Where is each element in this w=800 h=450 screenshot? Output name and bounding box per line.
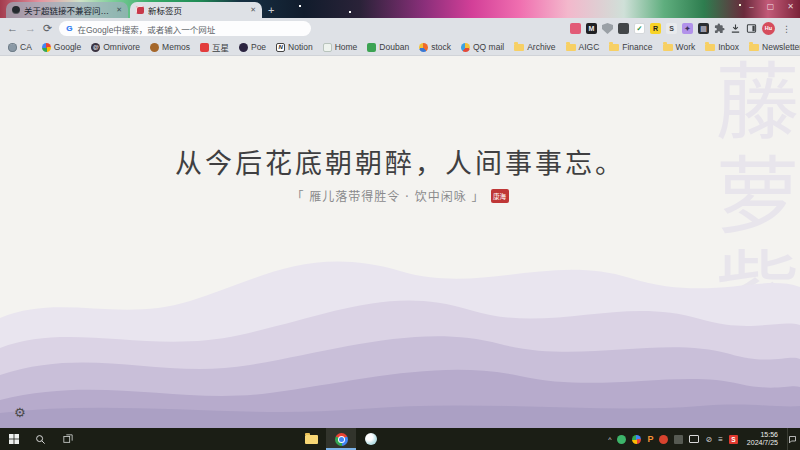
- side-panel-icon[interactable]: [746, 23, 757, 34]
- reload-icon[interactable]: ⟳: [43, 23, 52, 34]
- back-icon[interactable]: ←: [7, 23, 18, 34]
- jizhi-favicon-icon: [136, 6, 144, 14]
- extensions-group: M ✓ R S ✦ ▤ Hu ⋮: [570, 22, 793, 35]
- poem-source: 「 雁儿落带得胜令 · 饮中闲咏 」: [291, 187, 484, 204]
- minimize-button[interactable]: –: [749, 2, 753, 11]
- douban-icon: [367, 43, 376, 52]
- bookmark-item[interactable]: QQ mail: [461, 42, 504, 52]
- file-explorer-icon: [305, 435, 318, 444]
- clock-date: 2024/7/25: [747, 439, 778, 447]
- extensions-puzzle-icon[interactable]: [714, 23, 725, 34]
- chrome-menu-icon[interactable]: ⋮: [780, 24, 793, 34]
- close-button[interactable]: ✕: [787, 2, 794, 11]
- downloads-icon[interactable]: [730, 23, 741, 34]
- profile-avatar[interactable]: Hu: [762, 22, 775, 35]
- poem-verse: 从今后花底朝朝醉，人间事事忘。: [0, 142, 800, 181]
- sogou-input-icon[interactable]: S: [729, 435, 738, 444]
- dark-extension-icon[interactable]: M: [586, 23, 597, 34]
- address-bar[interactable]: G 在Google中搜索，或者输入一个网址: [59, 21, 311, 36]
- desktop: 关于超链接不兼容问题丨(阿里巴巴) ✕ 新标签页 ✕ + – ▢ ✕ ← → ⟳…: [0, 0, 800, 450]
- task-view-icon[interactable]: [54, 428, 81, 450]
- globe-icon: [8, 43, 17, 52]
- bookmark-item[interactable]: stock: [419, 42, 451, 52]
- tab-github[interactable]: 关于超链接不兼容问题丨(阿里巴巴) ✕: [6, 2, 128, 18]
- bookmark-item[interactable]: Google: [42, 42, 81, 52]
- pinned-apps: [296, 428, 386, 450]
- bookmark-folder[interactable]: Inbox: [705, 42, 739, 52]
- stock-icon: [419, 43, 428, 52]
- folder-icon: [514, 44, 524, 51]
- mountain-waves-graphic: [0, 223, 800, 428]
- bookmark-folder[interactable]: Newsletter: [749, 42, 800, 52]
- folder-icon: [609, 44, 619, 51]
- bookmark-folder[interactable]: Work: [663, 42, 696, 52]
- system-tray: ^ P ⊘ ≡ S 15:56 2024/7/25: [608, 428, 800, 450]
- folder-icon: [663, 44, 673, 51]
- author-seal[interactable]: 康海: [491, 189, 509, 203]
- home-icon: [323, 43, 332, 52]
- browser-frame: 关于超链接不兼容问题丨(阿里巴巴) ✕ 新标签页 ✕ + – ▢ ✕: [0, 0, 800, 18]
- r-extension-icon[interactable]: R: [650, 23, 661, 34]
- google-icon: [42, 43, 51, 52]
- tray-p-app-icon[interactable]: P: [647, 434, 653, 444]
- folder-icon: [749, 44, 759, 51]
- browser-toolbar: ← → ⟳ G 在Google中搜索，或者输入一个网址 M ✓ R S ✦ ▤: [0, 18, 800, 39]
- bookmark-item[interactable]: Poe: [239, 42, 266, 52]
- tab-title: 关于超链接不兼容问题丨(阿里巴巴): [24, 4, 112, 16]
- action-center-icon[interactable]: [787, 428, 797, 450]
- windows-taskbar: ^ P ⊘ ≡ S 15:56 2024/7/25: [0, 428, 800, 450]
- bookmark-item[interactable]: 互星: [200, 41, 229, 53]
- bookmark-item[interactable]: Home: [323, 42, 358, 52]
- tray-colorful-app-icon[interactable]: [632, 435, 641, 444]
- app-taskbar-button[interactable]: [356, 428, 386, 450]
- volume-muted-icon[interactable]: ⊘: [705, 435, 712, 444]
- new-tab-button[interactable]: +: [262, 2, 280, 18]
- red-site-icon: [200, 43, 209, 52]
- tray-green-app-icon[interactable]: [617, 435, 626, 444]
- check-extension-icon[interactable]: ✓: [634, 23, 645, 34]
- capture-extension-icon[interactable]: [618, 23, 629, 34]
- s-extension-icon[interactable]: S: [666, 23, 677, 34]
- maximize-button[interactable]: ▢: [767, 2, 775, 11]
- bookmark-folder[interactable]: Finance: [609, 42, 652, 52]
- clock-time: 15:56: [747, 431, 778, 439]
- tray-dark-app-icon[interactable]: [674, 435, 683, 444]
- file-explorer-button[interactable]: [296, 428, 326, 450]
- newtab-page: 藤萝紫 从今后花底朝朝醉，人间事事忘。 「 雁儿落带得胜令 · 饮中闲咏 」 康…: [0, 56, 800, 428]
- start-button[interactable]: [0, 428, 27, 450]
- tab-close-icon[interactable]: ✕: [116, 6, 122, 14]
- tray-expand-chevron-icon[interactable]: ^: [608, 436, 611, 443]
- bookmark-folder[interactable]: Archive: [514, 42, 555, 52]
- bookmarks-bar: CA Google @Omnivore Memos 互星 Poe NNotion…: [0, 39, 800, 56]
- tab-title: 新标签页: [148, 4, 246, 16]
- app-icon: [365, 433, 377, 445]
- tab-close-icon[interactable]: ✕: [250, 6, 256, 14]
- bookmark-item[interactable]: @Omnivore: [91, 42, 140, 52]
- bookmark-item[interactable]: CA: [8, 42, 32, 52]
- chrome-taskbar-button[interactable]: [326, 428, 356, 450]
- bookmark-item[interactable]: Memos: [150, 42, 190, 52]
- github-favicon-icon: [12, 6, 20, 14]
- notion-icon: N: [276, 43, 285, 52]
- omnivore-icon: @: [91, 43, 100, 52]
- purple-extension-icon[interactable]: ✦: [682, 23, 693, 34]
- notebook-extension-icon[interactable]: ▤: [698, 23, 709, 34]
- settings-gear-icon[interactable]: ⚙: [14, 406, 26, 419]
- pink-extension-icon[interactable]: [570, 23, 581, 34]
- tray-red-app-icon[interactable]: [659, 435, 668, 444]
- tab-newtab[interactable]: 新标签页 ✕: [130, 2, 262, 18]
- forward-icon[interactable]: →: [25, 23, 36, 34]
- memos-icon: [150, 43, 159, 52]
- input-method-indicator[interactable]: ≡: [718, 435, 723, 444]
- search-icon[interactable]: [27, 428, 54, 450]
- qqmail-icon: [461, 43, 470, 52]
- shield-extension-icon[interactable]: [602, 23, 613, 34]
- bookmark-item[interactable]: Douban: [367, 42, 409, 52]
- folder-icon: [705, 44, 715, 51]
- tray-chat-icon[interactable]: [689, 435, 699, 443]
- folder-icon: [566, 44, 576, 51]
- taskbar-clock[interactable]: 15:56 2024/7/25: [744, 431, 781, 447]
- bookmark-folder[interactable]: AIGC: [566, 42, 600, 52]
- address-bar-placeholder: 在Google中搜索，或者输入一个网址: [77, 23, 215, 35]
- bookmark-item[interactable]: NNotion: [276, 42, 313, 52]
